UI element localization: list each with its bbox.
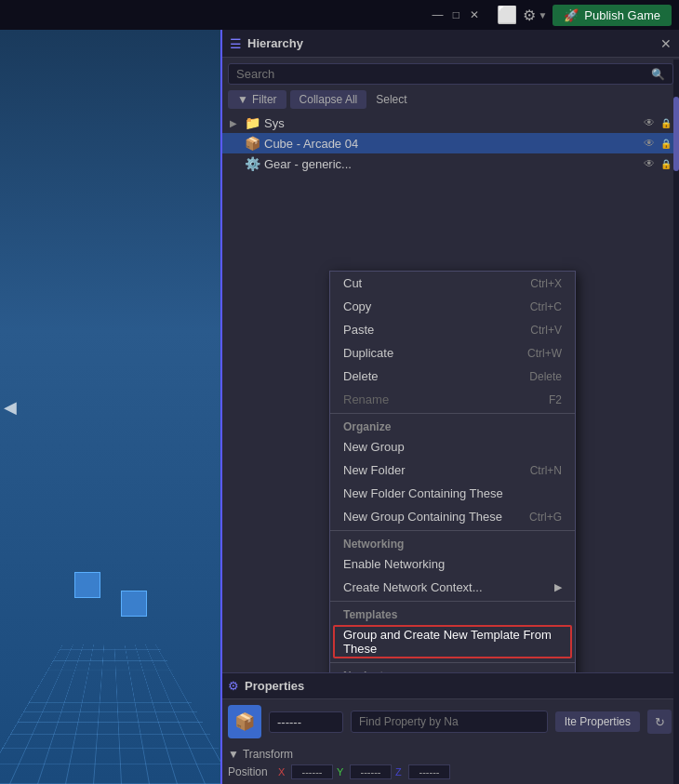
ctx-group-create-template[interactable]: Group and Create New Template From These — [330, 623, 575, 660]
properties-icon: ⚙ — [228, 679, 239, 693]
tree-item-gear[interactable]: ⚙️ Gear - generic... 👁 🔒 — [222, 153, 679, 174]
ctx-section-templates: Templates — [330, 604, 575, 623]
ctx-new-folder[interactable]: New Folder Ctrl+N — [330, 458, 575, 482]
ctx-paste[interactable]: Paste Ctrl+V — [330, 318, 575, 341]
ctx-cut[interactable]: Cut Ctrl+X — [330, 272, 575, 295]
folder-icon-sys: 📁 — [245, 115, 260, 130]
tree-item-gear-label: Gear - generic... — [264, 157, 638, 171]
ctx-separator-1 — [330, 413, 575, 414]
ctx-new-folder-containing[interactable]: New Folder Containing These — [330, 482, 575, 505]
find-property-input[interactable] — [351, 711, 548, 733]
properties-panel: ⚙ Properties 📦 Ite Properties ↻ ▼ Transf… — [220, 672, 679, 784]
tree-item-cube-label: Cube - Arcade 04 — [264, 137, 638, 151]
ite-properties-button[interactable]: Ite Properties — [555, 711, 640, 732]
z-label: Z — [395, 766, 406, 777]
right-panels: ☰ Hierarchy ✕ 🔍 ▼ Filter Collapse All Se… — [220, 30, 679, 784]
ctx-copy[interactable]: Copy Ctrl+C — [330, 295, 575, 318]
hierarchy-toolbar: ▼ Filter Collapse All Select — [222, 90, 679, 113]
scrollbar-thumb[interactable] — [673, 97, 679, 171]
hierarchy-panel: ☰ Hierarchy ✕ 🔍 ▼ Filter Collapse All Se… — [220, 30, 679, 672]
monitor-icon[interactable]: ⬜ — [497, 5, 517, 25]
position-row: Position X Y Z — [228, 764, 672, 779]
ctx-section-networking: Networking — [330, 533, 575, 552]
eye-icon-sys[interactable]: 👁 — [644, 116, 655, 129]
settings-icon[interactable]: ⚙▼ — [523, 7, 547, 24]
transform-section: ▼ Transform Position X Y Z — [220, 744, 679, 783]
cube-icon: 📦 — [245, 136, 260, 151]
position-label: Position — [228, 765, 274, 778]
z-coord: Z — [395, 764, 450, 779]
ctx-duplicate[interactable]: Duplicate Ctrl+W — [330, 341, 575, 365]
maximize-button[interactable]: □ — [448, 7, 463, 22]
hierarchy-panel-header: ☰ Hierarchy ✕ — [222, 30, 679, 58]
ctx-separator-2 — [330, 530, 575, 531]
expand-arrow-sys: ▶ — [230, 118, 241, 128]
lock-icon-cube[interactable]: 🔒 — [660, 139, 672, 149]
x-label: X — [278, 766, 289, 777]
properties-panel-title: Properties — [245, 679, 304, 693]
refresh-icon: ↻ — [655, 715, 665, 729]
gear-icon: ⚙️ — [245, 156, 260, 171]
main-layout: ◀ ☰ Hierarchy ✕ 🔍 ▼ Filter Collapse All — [0, 30, 679, 784]
properties-panel-header: ⚙ Properties — [220, 673, 679, 699]
transform-arrow: ▼ — [228, 748, 239, 761]
hierarchy-close-button[interactable]: ✕ — [660, 36, 672, 51]
rocket-icon: 🚀 — [564, 8, 579, 22]
transform-label: Transform — [243, 748, 293, 761]
publish-game-button[interactable]: 🚀 Publish Game — [553, 5, 672, 26]
title-bar: — □ ✕ ⬜ ⚙▼ 🚀 Publish Game — [0, 0, 679, 30]
hierarchy-tree: ▶ 📁 Sys 👁 🔒 📦 Cube - Arcade 04 👁 🔒 ⚙️ Ge — [222, 113, 679, 672]
viewport: ◀ — [0, 30, 220, 784]
left-accent — [220, 30, 222, 784]
filter-button[interactable]: ▼ Filter — [228, 90, 286, 109]
eye-icon-cube[interactable]: 👁 — [644, 137, 655, 150]
lock-icon-sys[interactable]: 🔒 — [660, 118, 672, 128]
scrollbar[interactable] — [673, 60, 679, 784]
object-name-input[interactable] — [269, 711, 343, 733]
y-input[interactable] — [350, 764, 392, 779]
viewport-grid — [0, 644, 220, 784]
ctx-separator-4 — [330, 662, 575, 663]
hierarchy-panel-title: Hierarchy — [247, 36, 303, 50]
x-input[interactable] — [291, 764, 333, 779]
tree-item-sys[interactable]: ▶ 📁 Sys 👁 🔒 — [222, 113, 679, 133]
x-coord: X — [278, 764, 333, 779]
ctx-section-navigate: Navigate — [330, 665, 575, 672]
ctx-new-group[interactable]: New Group — [330, 435, 575, 458]
properties-body: 📦 Ite Properties ↻ — [220, 699, 679, 744]
object-icon: 📦 — [228, 705, 261, 738]
search-icon: 🔍 — [651, 68, 665, 81]
search-bar: 🔍 — [228, 63, 673, 85]
ctx-rename: Rename F2 — [330, 388, 575, 411]
select-button[interactable]: Select — [370, 90, 412, 109]
cube-object-2 — [121, 591, 147, 617]
tree-item-sys-label: Sys — [264, 116, 638, 130]
ctx-create-network-context[interactable]: Create Network Context... ▶ — [330, 576, 575, 599]
minimize-button[interactable]: — — [430, 7, 445, 22]
y-coord: Y — [337, 764, 392, 779]
ctx-new-group-containing[interactable]: New Group Containing These Ctrl+G — [330, 505, 575, 528]
cube-object-1 — [74, 572, 100, 598]
lock-icon-gear[interactable]: 🔒 — [660, 159, 672, 169]
transform-header: ▼ Transform — [228, 748, 672, 761]
refresh-button[interactable]: ↻ — [647, 710, 672, 734]
close-button[interactable]: ✕ — [467, 7, 482, 22]
z-input[interactable] — [408, 764, 450, 779]
hierarchy-icon: ☰ — [230, 36, 242, 51]
ctx-section-organize: Organize — [330, 416, 575, 435]
ctx-enable-networking[interactable]: Enable Networking — [330, 552, 575, 576]
collapse-all-button[interactable]: Collapse All — [290, 90, 367, 109]
eye-icon-gear[interactable]: 👁 — [644, 157, 655, 170]
viewport-nav-left[interactable]: ◀ — [4, 397, 17, 418]
tree-item-cube[interactable]: 📦 Cube - Arcade 04 👁 🔒 — [222, 133, 679, 153]
y-label: Y — [337, 766, 348, 777]
search-input[interactable] — [236, 67, 646, 81]
context-menu: Cut Ctrl+X Copy Ctrl+C Paste Ctrl+V Dupl… — [329, 271, 576, 672]
ctx-separator-3 — [330, 601, 575, 602]
filter-icon: ▼ — [237, 93, 248, 106]
ctx-delete[interactable]: Delete Delete — [330, 365, 575, 388]
